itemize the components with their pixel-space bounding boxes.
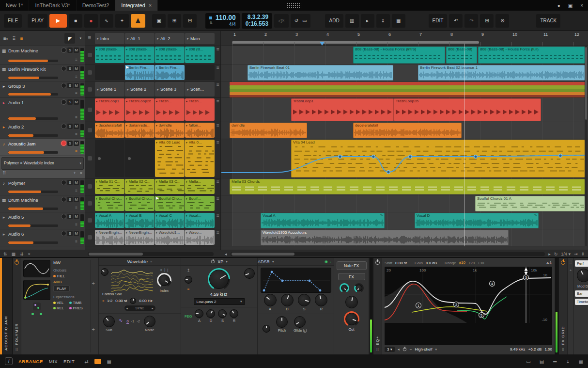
duplicate-icon[interactable]: ⊞ xyxy=(480,14,494,28)
eq-curve-display[interactable]: 201001k10k10-1012345 xyxy=(385,267,552,345)
expression-pres[interactable]: PRES xyxy=(69,306,82,310)
clip-launcher-clip[interactable]: ▸Soulf... xyxy=(185,196,215,211)
legato-badge[interactable]: L xyxy=(303,329,307,333)
window-tab[interactable]: New 1* xyxy=(0,0,29,11)
clip-play-icon[interactable]: ▸ xyxy=(156,141,158,144)
arranger-clip[interactable]: Berlin Firework Beat 01 xyxy=(248,65,393,80)
envelope-display[interactable] xyxy=(261,268,331,293)
grid-module-perf[interactable]: Perf xyxy=(575,260,588,267)
clip-play-icon[interactable]: ▸ xyxy=(126,180,128,184)
ratio-value[interactable]: 1:2 xyxy=(107,299,112,303)
track-volume-slider[interactable] xyxy=(8,224,58,227)
filter-keytrack-icon[interactable]: ≡ xyxy=(187,287,190,291)
track-volume-slider[interactable] xyxy=(8,151,58,154)
track-volume-slider[interactable] xyxy=(8,93,58,96)
band-type-dropdown[interactable]: High-shelf xyxy=(415,347,432,352)
package-download-icon[interactable]: ↧ xyxy=(566,359,570,364)
band-enable-button[interactable] xyxy=(403,348,406,351)
tempo-tap-icon[interactable] xyxy=(209,16,212,19)
scene-launch-cell[interactable]: ▸Scene 1 xyxy=(95,82,124,96)
drag-handle-icon[interactable]: ⠿ xyxy=(562,348,565,352)
clip-launcher-clip[interactable]: ▸Soulful Cho...▶ xyxy=(155,196,185,211)
clip-play-icon[interactable]: ▸ xyxy=(126,48,128,51)
track-volume-slider[interactable] xyxy=(8,134,58,137)
arranger-automation-icon[interactable]: ▣ xyxy=(152,14,166,28)
scene-launch-cell[interactable]: ▸Scene 2 xyxy=(125,82,155,96)
keytrack-icon[interactable]: × xyxy=(160,268,162,272)
clip-launcher-clip[interactable]: ▸Mella 02 C... xyxy=(125,179,155,194)
band-gain-value[interactable]: +6.2 dB xyxy=(528,347,542,352)
arranger-clip[interactable]: dwindle xyxy=(230,123,307,138)
clip-launcher-toggle-button[interactable] xyxy=(94,359,101,364)
piano-keyboard-icon[interactable]: ▦ xyxy=(579,359,583,364)
play-menu-button[interactable]: PLAY xyxy=(28,14,47,28)
clip-launcher-clip[interactable]: ▸TrashLoop2b xyxy=(125,98,155,121)
info-button[interactable]: i xyxy=(5,357,13,365)
scroll-right-icon[interactable]: ▸ xyxy=(548,252,551,256)
track-volume-slider[interactable] xyxy=(8,77,58,79)
solo-button[interactable]: S xyxy=(67,141,73,146)
mute-button[interactable]: M xyxy=(74,83,79,88)
track-volume-slider[interactable] xyxy=(8,241,58,244)
clip-play-icon[interactable]: ▸ xyxy=(156,66,158,70)
track-menu-icon[interactable]: ≡ xyxy=(74,239,79,244)
project-notes-icon[interactable]: ▤ xyxy=(540,359,544,364)
clip-launcher-clip[interactable]: ▸TrashLoop1 xyxy=(95,98,124,121)
fine-tune-knob[interactable] xyxy=(130,298,136,304)
clip-play-icon[interactable]: ▸ xyxy=(126,197,128,201)
track-menu-icon[interactable]: ≡ xyxy=(74,91,79,96)
track-header[interactable]: ▸Audio 1SM≡ xyxy=(0,98,85,122)
track-header[interactable]: ▦Drum MachineSM≡ xyxy=(0,195,85,212)
clip-stop-button[interactable] xyxy=(88,201,92,206)
arranger-clip[interactable]: Vocal A∿ xyxy=(261,213,385,228)
timeline-ruler[interactable]: 123456789101112 xyxy=(221,31,588,46)
clip-play-icon[interactable]: ▸ xyxy=(156,124,158,128)
automation-write-icon[interactable]: ∿ xyxy=(100,14,113,28)
position-bars-value[interactable]: 8.3.2.39 xyxy=(248,14,268,20)
device-panel-track-strip[interactable]: ACOUSTIC JAM xyxy=(0,258,13,354)
mute-button[interactable]: M xyxy=(74,141,79,146)
settings-dot-icon[interactable]: ● xyxy=(557,3,560,8)
sub-scenes-icon[interactable]: ≣ xyxy=(215,230,220,235)
note-fx-tab[interactable]: Note FX xyxy=(337,261,367,270)
clip-play-icon[interactable]: ▸ xyxy=(96,231,98,235)
expression-rel[interactable]: REL xyxy=(53,306,66,310)
expression-vel[interactable]: VEL xyxy=(53,301,66,305)
clip-play-icon[interactable]: ▸ xyxy=(186,214,188,218)
auto-gain-icon[interactable]: A⇕ xyxy=(546,261,552,265)
clip-play-icon[interactable]: ▸ xyxy=(156,180,158,184)
env-curve-knob[interactable] xyxy=(263,325,270,333)
sub-scenes-icon[interactable]: ≣ xyxy=(215,196,220,201)
track-volume-slider[interactable] xyxy=(8,60,58,62)
record-arm-button[interactable] xyxy=(61,141,66,146)
record-arm-button[interactable] xyxy=(61,48,66,53)
sync-right-arrow-icon[interactable]: ▸ xyxy=(152,306,153,310)
track-volume-slider[interactable] xyxy=(8,191,58,193)
sub-waveform-icon[interactable]: ∿ xyxy=(119,316,123,323)
clip-play-icon[interactable]: ▸ xyxy=(96,124,98,128)
record-arm-button[interactable] xyxy=(61,83,66,88)
record-arm-button[interactable] xyxy=(61,99,66,105)
clip-launcher-clip[interactable]: ▸808 (B... xyxy=(185,47,215,63)
wavetable-index-knob[interactable] xyxy=(157,273,171,288)
arrange-layout-button[interactable]: ARRANGE xyxy=(18,359,43,364)
vertical-scrollbar[interactable] xyxy=(585,46,588,246)
record-arm-button[interactable] xyxy=(61,214,66,219)
range-option-30[interactable]: ±30 xyxy=(478,261,484,265)
clip-play-icon[interactable]: ▸ xyxy=(126,124,128,128)
arranger-clip[interactable]: 808 (Bass-08) xyxy=(446,47,477,64)
output-volume-knob[interactable] xyxy=(344,311,359,327)
clip-launcher-clip[interactable]: ▸Vocal... xyxy=(185,213,215,228)
clip-launcher-clip[interactable]: ▸808 (Bass-... xyxy=(95,47,124,63)
clip-launcher-clip[interactable]: ▸Vocal C xyxy=(155,213,185,228)
mute-button[interactable]: M xyxy=(74,99,79,105)
add-device-button[interactable]: + xyxy=(73,171,76,176)
clip-launcher-clip[interactable]: ▸Wavoloid1... xyxy=(155,230,185,245)
filter-enable-button[interactable] xyxy=(211,260,215,263)
playback-follow-icon[interactable]: ↻ xyxy=(554,252,558,256)
track-menu-icon[interactable]: ≡ xyxy=(74,222,79,227)
clip-launcher-clip[interactable]: ▸Mella... xyxy=(185,179,215,194)
pitch-knob[interactable] xyxy=(276,316,288,328)
display-profile-icon[interactable]: ▭ xyxy=(526,359,530,364)
window-tab[interactable]: Integrated× xyxy=(115,0,158,11)
